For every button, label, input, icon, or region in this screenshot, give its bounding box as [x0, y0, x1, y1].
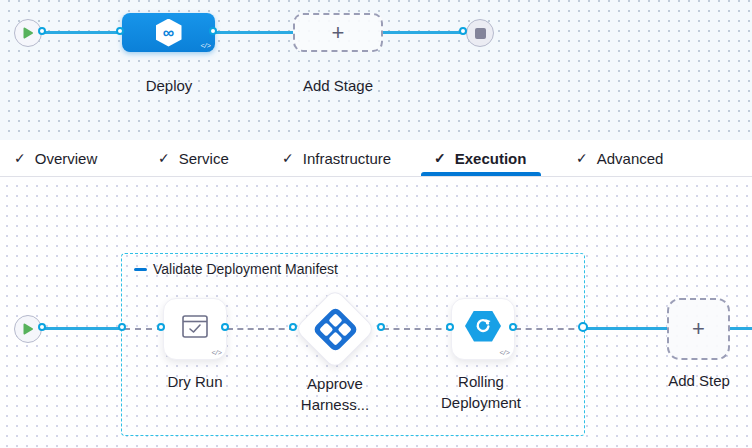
- tab-label: Overview: [35, 150, 98, 167]
- dashed-connector: [515, 328, 585, 330]
- connector-line: [730, 327, 752, 330]
- code-icon: </>: [499, 349, 509, 357]
- tab-execution[interactable]: ✓ Execution: [434, 140, 526, 176]
- check-icon: ✓: [282, 150, 294, 166]
- connector-line: [215, 31, 293, 34]
- tab-label: Infrastructure: [303, 150, 391, 167]
- code-icon: </>: [211, 349, 221, 357]
- stage-label: Deploy: [124, 75, 214, 96]
- play-icon: [22, 322, 34, 336]
- step-node-dry-run[interactable]: </>: [163, 298, 227, 360]
- tab-label: Service: [179, 150, 229, 167]
- add-stage-button[interactable]: +: [293, 13, 383, 52]
- add-step-button[interactable]: +: [667, 298, 730, 360]
- connector-point: [118, 323, 126, 331]
- connector-point: [289, 323, 297, 331]
- plus-icon: +: [692, 318, 705, 340]
- connector-point: [446, 323, 454, 331]
- check-icon: ✓: [14, 150, 26, 166]
- stage-pipeline-canvas: ∞ </> + Deploy Add Stage: [0, 0, 752, 140]
- execution-graph-canvas: Validate Deployment Manifest </>: [0, 177, 752, 448]
- check-icon: ✓: [434, 150, 446, 166]
- group-exit-connector-point: [578, 322, 588, 332]
- pipeline-end-node[interactable]: [466, 19, 494, 47]
- connector-point: [38, 27, 46, 35]
- tab-infrastructure[interactable]: ✓ Infrastructure: [282, 140, 391, 176]
- tab-overview[interactable]: ✓ Overview: [14, 140, 97, 176]
- tab-advanced[interactable]: ✓ Advanced: [576, 140, 663, 176]
- connector-point: [38, 323, 46, 331]
- check-icon: ✓: [158, 150, 170, 166]
- stop-icon: [475, 28, 486, 39]
- stage-node-deploy[interactable]: ∞ </>: [122, 13, 215, 52]
- connector-point: [221, 323, 229, 331]
- code-icon: </>: [200, 42, 210, 50]
- plus-icon: +: [332, 22, 345, 44]
- add-stage-label: Add Stage: [296, 75, 380, 96]
- add-step-label: Add Step: [658, 370, 740, 391]
- step-label: Dry Run: [151, 371, 239, 392]
- stage-config-tabs: ✓ Overview ✓ Service ✓ Infrastructure ✓ …: [0, 140, 752, 177]
- connector-point: [209, 27, 217, 35]
- connector-point: [509, 323, 517, 331]
- dry-run-icon: [182, 315, 208, 339]
- connector-line: [44, 327, 121, 330]
- tab-label: Advanced: [597, 150, 664, 167]
- harness-cd-icon: ∞: [156, 19, 182, 47]
- step-label: Approve Harness...: [285, 373, 385, 415]
- connector-point: [157, 323, 165, 331]
- tab-service[interactable]: ✓ Service: [158, 140, 229, 176]
- connector-line: [585, 327, 667, 330]
- dashed-connector: [383, 328, 452, 330]
- collapse-icon: [134, 268, 147, 271]
- step-node-rolling-deployment[interactable]: </>: [451, 298, 515, 360]
- connector-line: [383, 31, 466, 34]
- active-tab-indicator: [421, 172, 541, 176]
- play-icon: [22, 26, 34, 40]
- connector-line: [44, 31, 122, 34]
- step-group-header[interactable]: Validate Deployment Manifest: [134, 261, 338, 277]
- connector-point: [377, 323, 385, 331]
- rolling-deployment-icon: [465, 311, 501, 342]
- tab-label: Execution: [455, 150, 527, 167]
- step-label: Rolling Deployment: [430, 371, 532, 413]
- dashed-connector: [227, 328, 295, 330]
- check-icon: ✓: [576, 150, 588, 166]
- connector-point: [459, 27, 467, 35]
- connector-point: [116, 27, 124, 35]
- step-group-label: Validate Deployment Manifest: [153, 261, 338, 277]
